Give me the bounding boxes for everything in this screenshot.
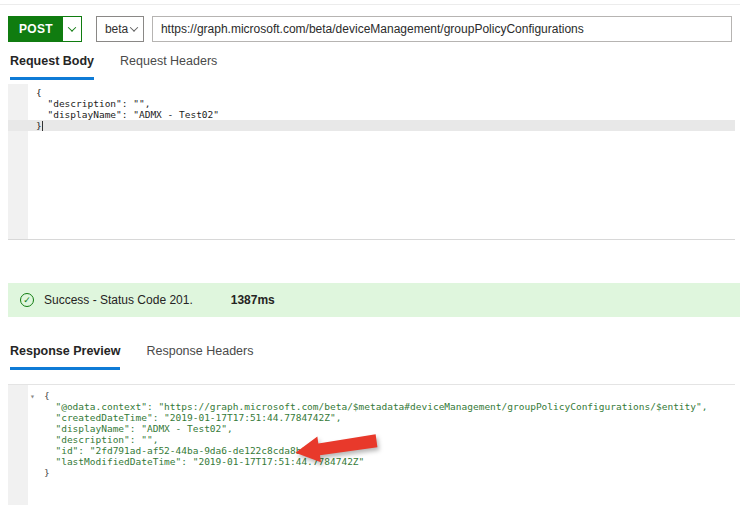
response-preview-viewer: ▾ { "@odata.context": "https://graph.mic… <box>8 384 735 505</box>
json-line: "createdDateTime": "2019-01-17T17:51:44.… <box>8 412 735 423</box>
api-version-value: beta <box>105 22 128 36</box>
response-json: { "@odata.context": "https://graph.micro… <box>8 385 735 478</box>
code-line-active: } <box>8 120 735 131</box>
code-line: "displayName": "ADMX - Test02" <box>8 109 735 120</box>
status-message: Success - Status Code 201. <box>44 293 193 307</box>
request-body-code: { "description": "", "displayName": "ADM… <box>8 84 735 131</box>
tab-request-headers[interactable]: Request Headers <box>120 54 217 80</box>
json-line: "description": "", <box>8 434 735 445</box>
code-line: { <box>8 87 735 98</box>
request-url-input[interactable] <box>152 16 732 42</box>
http-method-value: POST <box>9 17 63 41</box>
chevron-down-icon <box>68 23 76 31</box>
tab-request-body[interactable]: Request Body <box>10 54 94 80</box>
json-line: { <box>8 390 735 401</box>
json-line: "lastModifiedDateTime": "2019-01-17T17:5… <box>8 456 735 467</box>
json-line: } <box>8 467 735 478</box>
json-line-id: "id": "2fd791ad-af52-44ba-9da6-de122c8cd… <box>8 445 735 456</box>
success-check-icon: ✓ <box>20 293 34 307</box>
request-bar: POST beta <box>8 16 732 42</box>
request-duration: 1387ms <box>231 293 275 307</box>
text-cursor <box>42 121 43 131</box>
json-line: "displayName": "ADMX - Test02", <box>8 423 735 434</box>
method-dropdown-caret-box[interactable] <box>63 17 81 41</box>
json-line: "@odata.context": "https://graph.microso… <box>8 401 735 412</box>
chevron-down-icon <box>130 23 138 31</box>
code-line: "description": "", <box>8 98 735 109</box>
request-body-editor[interactable]: { "description": "", "displayName": "ADM… <box>8 84 735 240</box>
response-tabs: Response Preview Response Headers <box>10 344 253 370</box>
status-banner: ✓ Success - Status Code 201. 1387ms <box>8 283 740 317</box>
window-top-border <box>0 4 740 5</box>
tab-response-headers[interactable]: Response Headers <box>146 344 253 370</box>
api-version-dropdown[interactable]: beta <box>96 16 144 42</box>
request-tabs: Request Body Request Headers <box>10 54 217 80</box>
http-method-dropdown[interactable]: POST <box>8 16 82 42</box>
tab-response-preview[interactable]: Response Preview <box>10 344 120 370</box>
